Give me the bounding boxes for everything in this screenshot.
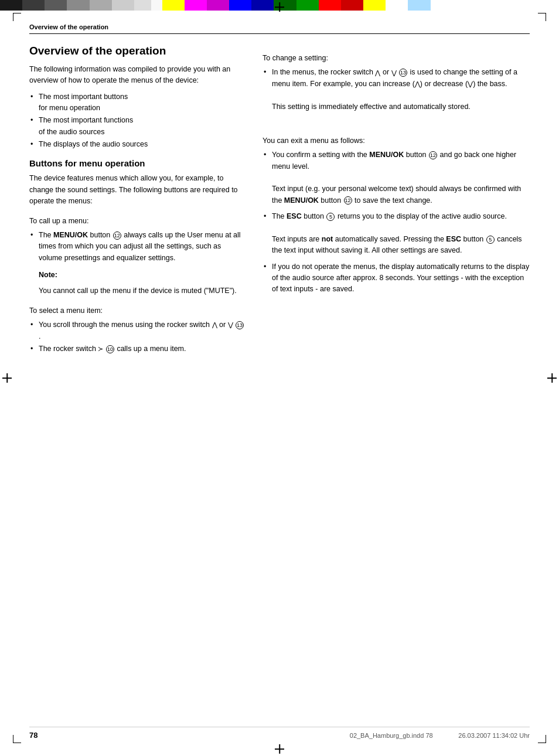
arrow-up-icon2: ⋀ <box>375 70 380 76</box>
corner-mark-tl <box>13 13 21 21</box>
menu-ok-bold2: MENU/OK <box>369 151 404 159</box>
arrow-up-icon3: ⋀ <box>415 81 420 87</box>
corner-mark-bl <box>13 735 21 743</box>
circ-13b: 13 <box>399 69 407 77</box>
circ-10: 10 <box>106 345 114 353</box>
list-item-auto-return: If you do not operate the menus, the dis… <box>263 261 530 295</box>
arrow-down-icon2: ⋁ <box>391 70 397 76</box>
intro-bullet-list: The most important buttonsfor menu opera… <box>29 91 246 151</box>
footer-right-text: 26.03.2007 11:34:02 Uhr <box>458 732 530 739</box>
list-item: The most important functionsof the audio… <box>29 115 246 138</box>
page-footer: 78 02_BA_Hamburg_gb.indd 78 26.03.2007 1… <box>29 727 530 740</box>
note-block: Note: You cannot call up the menu if the… <box>39 270 246 297</box>
list-item-change-setting: In the menus, the rocker switch ⋀ or ⋁ 1… <box>263 67 530 113</box>
corner-mark-tr <box>538 13 546 21</box>
exit-list: You confirm a setting with the MENU/OK b… <box>263 149 530 295</box>
page-header: Overview of the operation <box>29 23 530 34</box>
footer-right: 02_BA_Hamburg_gb.indd 78 26.03.2007 11:3… <box>350 731 530 740</box>
list-item-confirm-setting: You confirm a setting with the MENU/OK b… <box>263 149 530 206</box>
note-label: Note: <box>39 270 246 281</box>
crosshair-bottom <box>275 744 284 754</box>
corner-mark-br <box>538 735 546 743</box>
left-column: Overview of the operation The following … <box>29 45 246 360</box>
list-item-rocker: The rocker switch ≻ 10 calls up a menu i… <box>29 343 246 355</box>
arrow-down-icon3: ⋁ <box>468 81 473 87</box>
subsection-buttons-title: Buttons for menu operation <box>29 158 246 168</box>
menu-ok-bold: MENU/OK <box>53 231 88 239</box>
select-menu-list: You scroll through the menus using the r… <box>29 319 246 355</box>
list-item: The displays of the audio sources <box>29 139 246 150</box>
esc-bold2: ESC <box>446 235 461 243</box>
call-select-label: To select a menu item: <box>29 305 246 316</box>
circ-12: 12 <box>113 231 121 240</box>
menu-ok-bold3: MENU/OK <box>284 196 319 205</box>
main-columns: Overview of the operation The following … <box>29 45 530 360</box>
subsection-buttons-text: The device features menus which allow yo… <box>29 173 246 207</box>
circ-13a: 13 <box>236 321 244 329</box>
call-menu-label: To call up a menu: <box>29 216 246 227</box>
note-text: You cannot call up the menu if the devic… <box>39 285 246 297</box>
list-item-esc: The ESC button 5 returns you to the disp… <box>263 211 530 257</box>
call-change-label: To change a setting: <box>263 53 530 64</box>
not-bold: not <box>322 235 333 243</box>
section-title: Overview of the operation <box>29 45 246 58</box>
footer-left-text: 02_BA_Hamburg_gb.indd 78 <box>350 732 433 739</box>
change-list: In the menus, the rocker switch ⋀ or ⋁ 1… <box>263 67 530 113</box>
footer-left: 78 <box>29 731 38 740</box>
arrow-up-icon: ⋀ <box>212 322 217 328</box>
circ-5b: 5 <box>486 236 495 244</box>
crosshair-top <box>275 2 284 12</box>
right-column: To change a setting: In the menus, the r… <box>263 45 530 360</box>
arrow-down-icon: ⋁ <box>228 322 233 328</box>
page-number: 78 <box>29 731 38 740</box>
list-item-menu-ok: The MENU/OK button 12 always calls up th… <box>29 230 246 264</box>
circ-5a: 5 <box>326 213 335 221</box>
circ-12c: 12 <box>344 196 352 205</box>
call-exit-label: You can exit a menu as follows: <box>263 135 530 147</box>
page-content: Overview of the operation Overview of th… <box>29 23 530 727</box>
esc-bold: ESC <box>287 212 302 220</box>
list-item-scroll: You scroll through the menus using the r… <box>29 319 246 342</box>
header-title: Overview of the operation <box>29 23 108 30</box>
list-item: The most important buttonsfor menu opera… <box>29 91 246 114</box>
crosshair-right <box>547 373 557 383</box>
circ-12b: 12 <box>429 151 437 159</box>
intro-paragraph: The following information was compiled t… <box>29 64 246 87</box>
crosshair-left <box>2 373 12 383</box>
call-menu-list: The MENU/OK button 12 always calls up th… <box>29 230 246 264</box>
arrow-right-icon: ≻ <box>98 346 103 352</box>
